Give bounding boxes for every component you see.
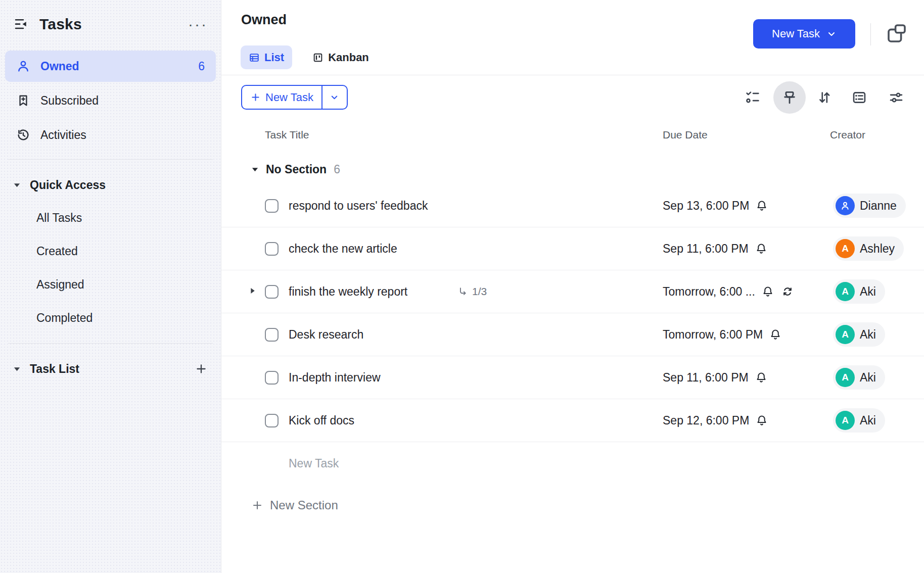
- creator-name: Dianne: [860, 199, 897, 213]
- triangle-down-icon: [251, 166, 259, 173]
- task-title[interactable]: check the new article: [289, 242, 397, 256]
- display-settings-icon[interactable]: [886, 87, 906, 108]
- tasks-app: Tasks ··· Owned 6 Subscribed: [0, 0, 924, 573]
- new-task-split-button[interactable]: New Task: [241, 85, 348, 110]
- tab-kanban[interactable]: Kanban: [304, 45, 377, 69]
- sidebar-header: Tasks ···: [0, 0, 221, 49]
- plus-icon: [195, 362, 208, 375]
- section-label: Task List: [30, 362, 79, 376]
- table-row[interactable]: Desk research Tomorrow, 6:00 PM A Aki: [221, 313, 924, 356]
- new-task-split-main[interactable]: New Task: [242, 86, 321, 109]
- task-title[interactable]: In-depth interview: [289, 371, 381, 385]
- new-section-label: New Section: [270, 498, 338, 512]
- task-title[interactable]: Kick off docs: [289, 414, 354, 427]
- table-row[interactable]: finish the weekly report 1/3 Tomorrow, 6…: [221, 270, 924, 313]
- section-label: Quick Access: [30, 178, 106, 192]
- sidebar-item-activities[interactable]: Activities: [5, 119, 216, 151]
- popout-icon[interactable]: [885, 21, 909, 45]
- table-row[interactable]: respond to users' feedback Sep 13, 6:00 …: [221, 184, 924, 227]
- subtask-indicator[interactable]: 1/3: [457, 285, 487, 298]
- creator-cell[interactable]: A Aki: [833, 322, 885, 347]
- bell-icon: [755, 199, 768, 212]
- creator-name: Aki: [860, 285, 876, 299]
- sidebar-item-label: Subscribed: [40, 94, 99, 108]
- task-checkbox[interactable]: [265, 414, 279, 427]
- avatar: A: [836, 282, 855, 301]
- task-title[interactable]: finish the weekly report: [289, 285, 407, 299]
- chevron-down-icon: [826, 29, 837, 39]
- sidebar-item-label: Created: [36, 245, 78, 258]
- task-checkbox[interactable]: [265, 242, 279, 256]
- task-list-header[interactable]: Task List: [0, 358, 221, 380]
- subtask-count: 1/3: [472, 285, 487, 298]
- due-date-text: Sep 11, 6:00 PM: [663, 371, 749, 385]
- person-icon: [16, 59, 30, 73]
- list-view-settings-icon[interactable]: [849, 87, 869, 108]
- sidebar-item-label: All Tasks: [36, 211, 82, 225]
- sidebar-item-created[interactable]: Created: [0, 234, 221, 268]
- sidebar-item-label: Completed: [36, 311, 93, 325]
- quick-access-header[interactable]: Quick Access: [0, 174, 221, 196]
- tab-list[interactable]: List: [241, 45, 292, 69]
- chevron-down-icon: [330, 92, 339, 102]
- checklist-icon[interactable]: [743, 87, 763, 108]
- sidebar-divider: [8, 159, 213, 160]
- due-date-cell[interactable]: Tomorrow, 6:00 PM: [663, 313, 782, 356]
- creator-name: Ashley: [860, 242, 895, 256]
- due-date-cell[interactable]: Sep 11, 6:00 PM: [663, 227, 768, 270]
- due-date-text: Sep 13, 6:00 PM: [663, 199, 749, 213]
- sidebar-item-subscribed[interactable]: Subscribed: [5, 85, 216, 116]
- collapse-sidebar-icon[interactable]: [13, 17, 28, 32]
- task-checkbox[interactable]: [265, 285, 279, 299]
- more-icon[interactable]: ···: [188, 22, 208, 27]
- due-date-cell[interactable]: Sep 12, 6:00 PM: [663, 399, 768, 442]
- creator-name: Aki: [860, 371, 876, 385]
- new-section-button[interactable]: New Section: [221, 498, 924, 512]
- column-due-date: Due Date: [663, 129, 708, 141]
- main-panel: Owned List Kanban: [221, 0, 924, 573]
- section-count: 6: [334, 163, 340, 176]
- history-icon: [16, 128, 30, 142]
- table-row[interactable]: In-depth interview Sep 11, 6:00 PM A Aki: [221, 356, 924, 399]
- new-task-split-arrow[interactable]: [321, 86, 347, 109]
- creator-cell[interactable]: A Aki: [833, 365, 885, 390]
- due-date-cell[interactable]: Tomorrow, 6:00 ...: [663, 270, 795, 313]
- plus-icon: [250, 92, 261, 103]
- creator-cell[interactable]: A Aki: [833, 279, 885, 304]
- expand-row-icon[interactable]: [248, 287, 257, 295]
- table-header: Task Title Due Date Creator: [221, 111, 924, 146]
- sidebar: Tasks ··· Owned 6 Subscribed: [0, 0, 221, 573]
- section-no-section[interactable]: No Section 6: [221, 154, 924, 184]
- bell-icon: [769, 328, 782, 341]
- add-task-list-button[interactable]: [195, 362, 208, 375]
- task-title[interactable]: Desk research: [289, 328, 363, 342]
- quick-access-list: All Tasks Created Assigned Completed: [0, 201, 221, 335]
- new-task-button[interactable]: New Task: [753, 19, 855, 49]
- task-title[interactable]: respond to users' feedback: [289, 199, 428, 213]
- due-date-cell[interactable]: Sep 13, 6:00 PM: [663, 184, 768, 227]
- table-row[interactable]: Kick off docs Sep 12, 6:00 PM A Aki: [221, 399, 924, 442]
- table-row[interactable]: check the new article Sep 11, 6:00 PM A …: [221, 227, 924, 270]
- sidebar-nav: Owned 6 Subscribed Activities: [0, 49, 221, 151]
- sidebar-item-label: Activities: [40, 128, 86, 142]
- bookmark-add-icon: [16, 93, 30, 108]
- task-checkbox[interactable]: [265, 328, 279, 342]
- sidebar-item-owned[interactable]: Owned 6: [5, 51, 216, 82]
- bell-icon: [755, 414, 768, 427]
- sidebar-item-completed[interactable]: Completed: [0, 301, 221, 335]
- creator-cell[interactable]: Dianne: [833, 194, 906, 218]
- column-creator: Creator: [830, 129, 865, 141]
- sidebar-item-all-tasks[interactable]: All Tasks: [0, 201, 221, 234]
- new-task-button-label: New Task: [772, 27, 820, 40]
- task-checkbox[interactable]: [265, 199, 279, 213]
- due-date-text: Tomorrow, 6:00 ...: [663, 285, 755, 299]
- pin-filter-icon[interactable]: [779, 87, 800, 108]
- creator-cell[interactable]: A Ashley: [833, 236, 904, 261]
- creator-cell[interactable]: A Aki: [833, 408, 885, 433]
- sidebar-item-assigned[interactable]: Assigned: [0, 268, 221, 301]
- new-task-inline-input[interactable]: New Task: [221, 442, 924, 485]
- view-tabs: List Kanban: [241, 45, 377, 69]
- sort-icon[interactable]: [814, 87, 835, 108]
- due-date-cell[interactable]: Sep 11, 6:00 PM: [663, 356, 768, 399]
- task-checkbox[interactable]: [265, 371, 279, 385]
